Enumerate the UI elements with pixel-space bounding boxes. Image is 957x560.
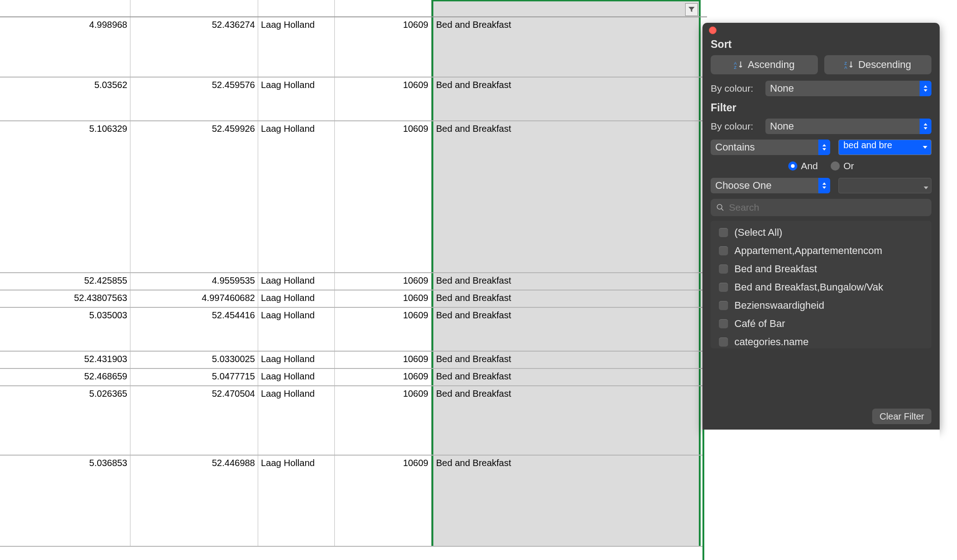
- filter-values-list[interactable]: (Select All)Appartement,Appartementencom…: [711, 221, 931, 348]
- cell-a[interactable]: 4.998968: [0, 17, 130, 77]
- cell-b[interactable]: 52.459576: [130, 78, 258, 120]
- cell-a[interactable]: 5.036853: [0, 456, 130, 546]
- sort-descending-button[interactable]: ZA Descending: [824, 55, 931, 74]
- cell-a[interactable]: 5.03562: [0, 78, 130, 120]
- cell-e[interactable]: Bed and Breakfast: [432, 121, 701, 272]
- cell-a[interactable]: 5.026365: [0, 386, 130, 455]
- cell-e[interactable]: Bed and Breakfast: [432, 17, 701, 77]
- below-panel-area: [702, 430, 940, 560]
- cell-d[interactable]: 10609: [335, 352, 432, 368]
- checkbox[interactable]: [719, 264, 728, 274]
- filter-and-radio[interactable]: And: [788, 161, 818, 171]
- checkbox[interactable]: [719, 319, 728, 328]
- cell-d[interactable]: 10609: [335, 308, 432, 351]
- cell-d[interactable]: 10609: [335, 78, 432, 120]
- col-header-d[interactable]: [335, 0, 432, 16]
- filter-value-item[interactable]: Bed and Breakfast: [719, 260, 929, 278]
- filter-cond2-value-input[interactable]: [838, 178, 931, 193]
- filter-or-radio[interactable]: Or: [831, 161, 854, 171]
- cell-d[interactable]: 10609: [335, 290, 432, 307]
- cell-d[interactable]: 10609: [335, 386, 432, 455]
- filter-cond1-operator-select[interactable]: Contains: [711, 140, 830, 155]
- filter-cond1-operator-value: Contains: [715, 141, 755, 153]
- cell-a[interactable]: 52.425855: [0, 273, 130, 290]
- cell-e[interactable]: Bed and Breakfast: [432, 352, 701, 368]
- cell-c[interactable]: Laag Holland: [258, 386, 335, 455]
- checkbox[interactable]: [719, 301, 728, 310]
- cell-a[interactable]: 5.106329: [0, 121, 130, 272]
- col-header-b[interactable]: [130, 0, 258, 16]
- cell-d[interactable]: 10609: [335, 17, 432, 77]
- cell-b[interactable]: 52.470504: [130, 386, 258, 455]
- cell-d[interactable]: 10609: [335, 121, 432, 272]
- cell-c[interactable]: Laag Holland: [258, 290, 335, 307]
- chevron-down-icon: [923, 145, 927, 150]
- cell-b[interactable]: 4.9559535: [130, 273, 258, 290]
- cell-d[interactable]: 10609: [335, 369, 432, 385]
- table-row: 5.03685352.446988Laag Holland10609Bed an…: [0, 456, 707, 547]
- cell-b[interactable]: 5.0477715: [130, 369, 258, 385]
- cell-a[interactable]: 52.431903: [0, 352, 130, 368]
- updown-icon: [923, 85, 928, 92]
- cell-e[interactable]: Bed and Breakfast: [432, 308, 701, 351]
- cell-a[interactable]: 52.43807563: [0, 290, 130, 307]
- filter-value-item[interactable]: Café of Bar: [719, 315, 929, 333]
- filter-cond2-operator-value: Choose One: [715, 180, 772, 192]
- cell-e[interactable]: Bed and Breakfast: [432, 78, 701, 120]
- filter-value-item[interactable]: (Select All): [719, 223, 929, 242]
- cell-e[interactable]: Bed and Breakfast: [432, 456, 701, 546]
- cell-b[interactable]: 4.997460682: [130, 290, 258, 307]
- table-row: 52.4258554.9559535Laag Holland10609Bed a…: [0, 273, 707, 290]
- filter-cond2-operator-select[interactable]: Choose One: [711, 178, 830, 193]
- cell-c[interactable]: Laag Holland: [258, 78, 335, 120]
- filter-value-label: Appartement,Appartementencom: [734, 245, 882, 257]
- cell-c[interactable]: Laag Holland: [258, 121, 335, 272]
- col-header-c[interactable]: [258, 0, 335, 16]
- col-header-e-selected[interactable]: [432, 0, 701, 16]
- cell-e[interactable]: Bed and Breakfast: [432, 369, 701, 385]
- checkbox[interactable]: [719, 283, 728, 292]
- cell-a[interactable]: 52.468659: [0, 369, 130, 385]
- cell-c[interactable]: Laag Holland: [258, 273, 335, 290]
- checkbox[interactable]: [719, 228, 728, 237]
- filter-value-item[interactable]: Bezienswaardigheid: [719, 296, 929, 315]
- checkbox[interactable]: [719, 246, 728, 255]
- clear-filter-button[interactable]: Clear Filter: [872, 409, 931, 424]
- table-row: 52.4686595.0477715Laag Holland10609Bed a…: [0, 369, 707, 386]
- cell-b[interactable]: 52.446988: [130, 456, 258, 546]
- cell-c[interactable]: Laag Holland: [258, 308, 335, 351]
- cell-a[interactable]: 5.035003: [0, 308, 130, 351]
- cell-b[interactable]: 5.0330025: [130, 352, 258, 368]
- cell-e[interactable]: Bed and Breakfast: [432, 386, 701, 455]
- sort-bycolour-select[interactable]: None: [765, 81, 931, 96]
- filter-value-item[interactable]: categories.name: [719, 333, 929, 348]
- filter-section-title: Filter: [711, 102, 931, 114]
- cell-c[interactable]: Laag Holland: [258, 456, 335, 546]
- filter-cond1-value-input[interactable]: bed and bre: [838, 140, 931, 155]
- cell-c[interactable]: Laag Holland: [258, 369, 335, 385]
- cell-b[interactable]: 52.459926: [130, 121, 258, 272]
- checkbox[interactable]: [719, 337, 728, 347]
- cell-b[interactable]: 52.436274: [130, 17, 258, 77]
- col-header-f[interactable]: [701, 0, 707, 16]
- filter-bycolour-select[interactable]: None: [765, 119, 931, 134]
- sort-ascending-button[interactable]: AZ Ascending: [711, 55, 818, 74]
- svg-text:A: A: [844, 65, 848, 70]
- col-header-a[interactable]: [0, 0, 130, 16]
- table-row: 5.02636552.470504Laag Holland10609Bed an…: [0, 386, 707, 456]
- cell-b[interactable]: 52.454416: [130, 308, 258, 351]
- cell-e[interactable]: Bed and Breakfast: [432, 273, 701, 290]
- cell-d[interactable]: 10609: [335, 273, 432, 290]
- cell-e[interactable]: Bed and Breakfast: [432, 290, 701, 307]
- autofilter-button[interactable]: [685, 3, 698, 16]
- filter-value-item[interactable]: Bed and Breakfast,Bungalow/Vak: [719, 278, 929, 296]
- updown-icon: [822, 144, 827, 150]
- filter-search-input[interactable]: [729, 202, 926, 213]
- cell-c[interactable]: Laag Holland: [258, 352, 335, 368]
- close-icon[interactable]: [709, 26, 717, 34]
- cell-d[interactable]: 10609: [335, 456, 432, 546]
- cell-c[interactable]: Laag Holland: [258, 17, 335, 77]
- filter-value-label: Bed and Breakfast,Bungalow/Vak: [734, 281, 883, 293]
- filter-search[interactable]: [711, 199, 931, 216]
- filter-value-item[interactable]: Appartement,Appartementencom: [719, 242, 929, 260]
